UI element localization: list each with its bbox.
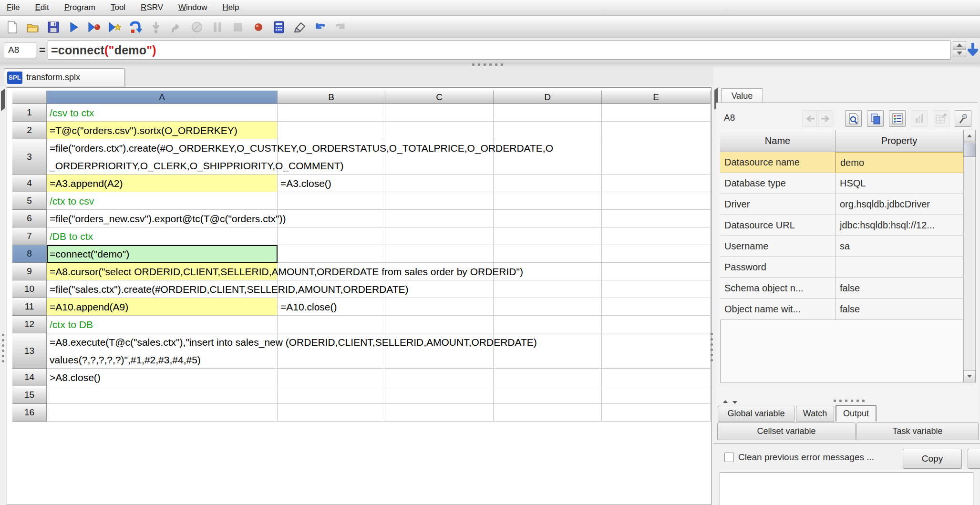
cell-C16[interactable] (385, 404, 494, 422)
cell-C4[interactable] (385, 175, 494, 192)
cell-B13[interactable] (278, 333, 385, 369)
prop-value-datasource-url[interactable]: jdbc:hsqldb:hsql://12... (836, 215, 963, 236)
clipped-button[interactable] (968, 449, 980, 469)
cell-D13[interactable] (494, 333, 602, 369)
cell-A16[interactable] (47, 404, 278, 422)
row-header-1[interactable]: 1 (12, 104, 47, 122)
prop-name-password[interactable]: Password (720, 257, 836, 278)
cell-D11[interactable] (494, 298, 602, 316)
cell-A11[interactable] (47, 298, 278, 316)
cell-C1[interactable] (385, 104, 494, 122)
cell-C3[interactable] (385, 139, 494, 175)
row-header-4[interactable]: 4 (12, 175, 47, 192)
tab-cellset-variable[interactable]: Cellset variable (717, 423, 856, 440)
cell-B16[interactable] (278, 404, 385, 422)
row-header-13[interactable]: 13 (12, 333, 47, 369)
prop-name-schema-object[interactable]: Schema object n... (720, 278, 836, 299)
row-header-5[interactable]: 5 (12, 192, 47, 210)
menu-tool[interactable]: Tool (109, 2, 127, 13)
cell-A1[interactable] (47, 104, 278, 122)
view-value-icon[interactable] (845, 110, 862, 127)
cell-C13[interactable] (385, 333, 494, 369)
row-header-9[interactable]: 9 (12, 263, 47, 280)
cell-B10[interactable] (278, 280, 385, 298)
column-header-b[interactable]: B (278, 91, 385, 104)
cell-E9[interactable] (602, 263, 711, 280)
row-header-2[interactable]: 2 (12, 122, 47, 139)
cell-B1[interactable] (278, 104, 385, 122)
cell-E14[interactable] (602, 369, 711, 386)
prop-value-database-type[interactable]: HSQL (836, 173, 963, 194)
cell-D16[interactable] (494, 404, 602, 422)
apply-formula-icon[interactable] (967, 42, 979, 59)
menu-window[interactable]: Window (176, 2, 209, 13)
cell-A9[interactable] (47, 263, 278, 280)
cell-E16[interactable] (602, 404, 711, 422)
property-table-header-name[interactable]: Name (720, 130, 836, 152)
cell-D9[interactable] (494, 263, 602, 280)
cell-C15[interactable] (385, 386, 494, 404)
cell-D2[interactable] (494, 122, 602, 139)
cell-reference-box[interactable]: A8 (4, 42, 36, 58)
row-header-16[interactable]: 16 (12, 404, 47, 422)
cell-B14[interactable] (278, 369, 385, 386)
panel-down-icon[interactable] (731, 400, 738, 405)
cell-A10[interactable] (47, 280, 278, 298)
cell-E11[interactable] (602, 298, 711, 316)
cell-B8[interactable] (278, 245, 385, 263)
column-header-d[interactable]: D (494, 91, 602, 104)
prop-value-driver[interactable]: org.hsqldb.jdbcDriver (836, 194, 963, 215)
calculate-icon[interactable] (272, 21, 286, 34)
execute-current-cell-icon[interactable] (108, 21, 122, 34)
cell-D4[interactable] (494, 175, 602, 192)
bottom-splitter-grip-icon[interactable] (834, 400, 865, 402)
cell-D7[interactable] (494, 227, 602, 245)
cell-A2[interactable] (47, 122, 278, 139)
cell-D10[interactable] (494, 280, 602, 298)
prop-name-driver[interactable]: Driver (720, 194, 836, 215)
column-header-c[interactable]: C (385, 91, 494, 104)
tab-transform-splx[interactable]: SPL transform.splx (4, 68, 125, 86)
cell-A7[interactable] (47, 227, 278, 245)
cell-C6[interactable] (385, 210, 494, 227)
cell-E12[interactable] (602, 316, 711, 333)
cell-D5[interactable] (494, 192, 602, 210)
prop-value-datasource-name[interactable]: demo (836, 152, 963, 173)
scroll-down-button[interactable] (963, 370, 976, 382)
copy-button[interactable]: Copy (903, 449, 962, 469)
row-header-3[interactable]: 3 (12, 139, 47, 175)
cell-C2[interactable] (385, 122, 494, 139)
grid-corner-header[interactable] (12, 91, 47, 104)
menu-program[interactable]: Program (62, 2, 97, 13)
cell-C9[interactable] (385, 263, 494, 280)
left-splitter-grip-icon[interactable] (2, 334, 4, 362)
save-icon[interactable] (47, 21, 60, 34)
prop-name-datasource-url[interactable]: Datasource URL (720, 215, 836, 236)
cell-A4[interactable] (47, 175, 278, 192)
cell-A14[interactable] (47, 369, 278, 386)
scroll-up-button[interactable] (963, 130, 976, 142)
row-header-7[interactable]: 7 (12, 227, 47, 245)
cell-C5[interactable] (385, 192, 494, 210)
row-header-11[interactable]: 11 (12, 298, 47, 316)
output-messages-box[interactable] (720, 472, 973, 505)
clean-messages-checkbox[interactable] (724, 453, 734, 462)
cell-A12[interactable] (47, 316, 278, 333)
cell-B11[interactable] (278, 298, 385, 316)
cell-C7[interactable] (385, 227, 494, 245)
cell-A5[interactable] (47, 192, 278, 210)
menu-file[interactable]: File (5, 2, 21, 13)
cell-E8[interactable] (602, 245, 711, 263)
cell-E15[interactable] (602, 386, 711, 404)
clear-icon[interactable] (293, 21, 306, 34)
undo-icon[interactable] (313, 21, 327, 34)
pin-icon[interactable] (955, 110, 971, 127)
tab-task-variable[interactable]: Task variable (856, 423, 979, 440)
tab-output[interactable]: Output (836, 405, 877, 422)
column-header-e[interactable]: E (602, 91, 711, 104)
cell-A8-selected[interactable] (47, 245, 278, 263)
cell-E13[interactable] (602, 333, 711, 369)
prop-value-object-name[interactable]: false (836, 299, 963, 320)
prop-name-object-name[interactable]: Object name wit... (720, 299, 836, 320)
cell-E2[interactable] (602, 122, 711, 139)
